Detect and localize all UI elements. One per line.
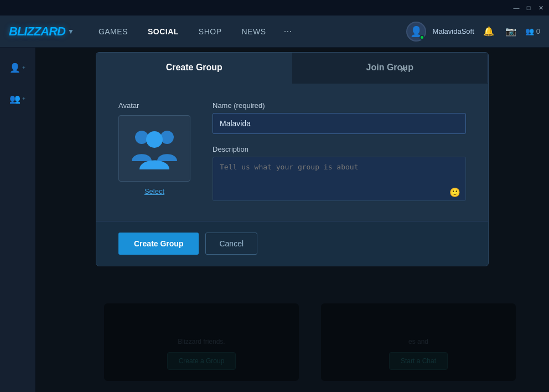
modal-body: Avatar — [96, 84, 488, 221]
add-friend-icon: 👤 — [9, 63, 20, 73]
name-field-label: Name (required) — [213, 101, 466, 110]
content-area: Blizzard friends. Create a Group es and … — [35, 48, 549, 392]
friends-count: 0 — [536, 27, 540, 35]
nav-logo[interactable]: BLIZZARD ▼ — [9, 24, 74, 39]
sidebar-plus-icon: + — [22, 65, 25, 71]
notifications-icon[interactable]: 🔔 — [481, 24, 496, 39]
add-group-icon: 👥 — [9, 94, 20, 104]
sidebar: 👤 + 👥 + — [0, 48, 35, 392]
avatar-label: Avatar — [118, 101, 139, 110]
minimize-button[interactable]: — — [512, 4, 520, 12]
sidebar-group-plus-icon: + — [22, 96, 25, 102]
group-avatar-svg — [130, 125, 179, 172]
friends-button[interactable]: 👥 0 — [525, 27, 540, 35]
modal-close-button[interactable]: ✕ — [396, 63, 410, 76]
avatar[interactable]: 👤 — [406, 22, 426, 42]
online-status-dot — [419, 35, 424, 40]
description-field-group: Description 🙂 — [213, 145, 466, 203]
tab-join-group[interactable]: Join Group — [292, 53, 489, 84]
emoji-button[interactable]: 🙂 — [449, 187, 460, 198]
avatar-box — [118, 115, 190, 182]
description-textarea[interactable] — [213, 157, 466, 201]
description-field-wrapper: 🙂 — [213, 157, 466, 203]
modal-footer: Create Group Cancel — [96, 221, 488, 266]
nav-item-games[interactable]: GAMES — [90, 23, 137, 40]
create-group-button[interactable]: Create Group — [118, 233, 199, 255]
nav-item-shop[interactable]: SHOP — [190, 23, 231, 40]
nav-items: GAMES SOCIAL SHOP NEWS ··· — [90, 21, 406, 42]
tab-create-group[interactable]: Create Group — [96, 53, 292, 84]
maximize-button[interactable]: □ — [525, 4, 532, 12]
avatar-select-link[interactable]: Select — [144, 187, 164, 195]
top-nav: BLIZZARD ▼ GAMES SOCIAL SHOP NEWS ··· 👤 … — [0, 16, 549, 48]
form-section: Name (required) Description 🙂 — [213, 101, 466, 203]
logo-caret-icon: ▼ — [68, 28, 74, 35]
sidebar-add-friend[interactable]: 👤 + — [7, 56, 29, 79]
close-button[interactable]: ✕ — [537, 4, 545, 12]
nav-right: 👤 MalavidaSoft 🔔 📷 👥 0 — [406, 22, 540, 42]
nav-more-button[interactable]: ··· — [277, 21, 299, 42]
modal-overlay: ✕ Create Group Join Group Avatar — [35, 48, 549, 392]
sidebar-add-group[interactable]: 👥 + — [7, 87, 29, 110]
nav-username[interactable]: MalavidaSoft — [433, 27, 474, 35]
name-input[interactable] — [213, 113, 466, 134]
svg-point-1 — [160, 131, 174, 144]
description-field-label: Description — [213, 145, 466, 153]
modal-tabs: Create Group Join Group — [96, 53, 488, 84]
main-layout: 👤 + 👥 + Blizzard friends. Create a Group… — [0, 48, 549, 392]
svg-point-0 — [135, 131, 148, 144]
name-field-group: Name (required) — [213, 101, 466, 134]
cancel-button[interactable]: Cancel — [205, 233, 257, 255]
logo-text: BLIZZARD — [9, 24, 65, 39]
nav-item-social[interactable]: SOCIAL — [139, 23, 188, 40]
avatar-section: Avatar — [118, 101, 190, 195]
nav-item-news[interactable]: NEWS — [233, 23, 275, 40]
modal: ✕ Create Group Join Group Avatar — [96, 52, 489, 266]
svg-point-2 — [146, 131, 163, 148]
title-bar: — □ ✕ — [0, 0, 549, 16]
video-icon[interactable]: 📷 — [503, 24, 519, 39]
friends-icon: 👥 — [525, 27, 534, 35]
